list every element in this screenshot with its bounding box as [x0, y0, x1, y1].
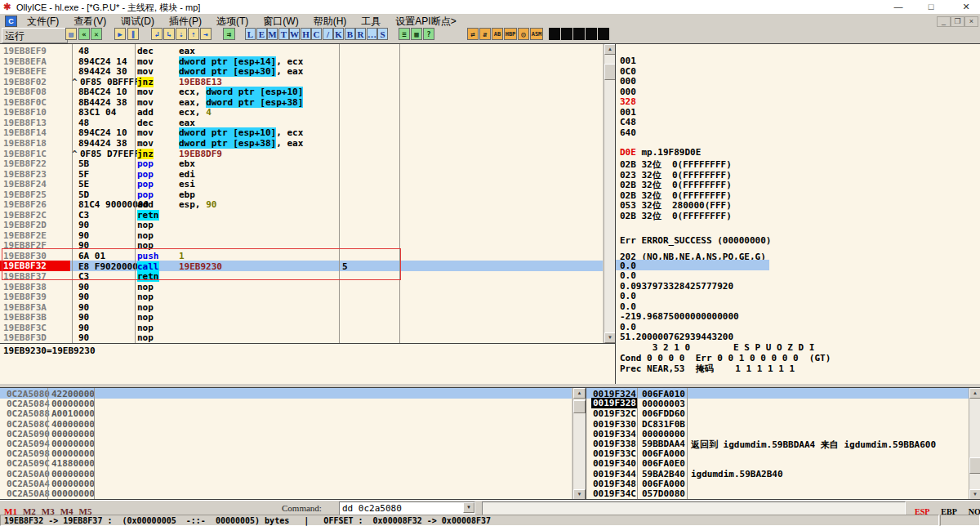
- disasm-row[interactable]: 19EB8F3C90nop: [0, 323, 603, 333]
- disasm-row[interactable]: 19EB8F02^0F85 0BFFFFFFjnz19EB8E13: [0, 77, 603, 87]
- close-button[interactable]: ✕: [954, 1, 978, 13]
- register-line[interactable]: 001: [616, 56, 980, 66]
- menu-item[interactable]: 调试(D): [114, 14, 162, 27]
- scroll-thumb[interactable]: [573, 400, 586, 413]
- help-button[interactable]: ?: [423, 28, 434, 40]
- stack-row[interactable]: 0019F348006FA000: [586, 479, 969, 489]
- register-line[interactable]: 328: [616, 96, 980, 107]
- scroll-up-icon[interactable]: ▲: [969, 388, 980, 399]
- register-line[interactable]: 640: [616, 127, 980, 138]
- patches-window-button[interactable]: /: [323, 28, 333, 40]
- disasm-row[interactable]: 19EB8F0C8B4424 38moveax, dword ptr [esp+…: [0, 97, 603, 108]
- disasm-row[interactable]: 19EB8F088B4C24 10movecx, dword ptr [esp+…: [0, 87, 603, 97]
- disassembly-pane[interactable]: 19EB8EF948deceax19EB8EFA894C24 14movdwor…: [0, 44, 603, 343]
- stack-row[interactable]: 0019F34C057D0080: [586, 488, 969, 499]
- stack-pane[interactable]: 0019F324006FA0100019F328000000030019F32C…: [586, 388, 969, 500]
- step-over-button[interactable]: ↳: [163, 28, 175, 40]
- log-window-button[interactable]: L: [245, 28, 256, 40]
- disasm-row[interactable]: 19EB8F1348deceax: [0, 118, 603, 128]
- executables-window-button[interactable]: E: [256, 28, 267, 40]
- dump-row[interactable]: 0C2A5088A0010000: [0, 408, 572, 419]
- scroll-thumb[interactable]: [969, 457, 980, 474]
- mdi-minimize-button[interactable]: _: [937, 16, 951, 27]
- step-into-button[interactable]: ↲: [151, 28, 163, 40]
- mdi-close-button[interactable]: ×: [964, 16, 978, 27]
- register-line[interactable]: -219.96875000000000000: [616, 311, 980, 322]
- disasm-row[interactable]: 19EB8F2F90nop: [0, 240, 603, 251]
- stack-row[interactable]: 0019F340006FA0E0: [586, 458, 969, 469]
- minimize-button[interactable]: —: [886, 1, 911, 13]
- register-line[interactable]: 3 2 1 0 E S P U O Z D I: [616, 342, 980, 353]
- cpu-window-icon[interactable]: C: [5, 16, 17, 27]
- black-square-4[interactable]: [586, 28, 597, 40]
- dump-row[interactable]: 0C2A50A000000000: [0, 469, 572, 479]
- call-stack-window-button[interactable]: K: [333, 28, 344, 40]
- restart-button[interactable]: «: [78, 28, 90, 40]
- disasm-row[interactable]: 19EB8F2E90nop: [0, 230, 603, 241]
- references-window-button[interactable]: R: [355, 28, 366, 40]
- options-list-button[interactable]: ≡: [399, 28, 410, 40]
- register-line[interactable]: 51.200000762939443200: [616, 332, 980, 342]
- register-line[interactable]: Err ERROR_SUCCESS (00000000): [616, 235, 980, 246]
- black-square-2[interactable]: [561, 28, 572, 40]
- threads-window-button[interactable]: T: [278, 28, 289, 40]
- disasm-row[interactable]: 19EB8F2D90nop: [0, 220, 603, 230]
- disasm-row[interactable]: 19EB8F3990nop: [0, 292, 603, 302]
- stack-row[interactable]: 0019F34459BA2B40igdumdim.59BA2B40: [586, 469, 969, 479]
- memory-window-button[interactable]: M: [267, 28, 278, 40]
- dump-scrollbar[interactable]: ▲▼: [572, 388, 586, 500]
- animate-over-button[interactable]: ⇡: [188, 28, 199, 40]
- disasm-row[interactable]: 19EB8F32E8 F9020000call19EB92305: [0, 261, 603, 272]
- stack-scrollbar[interactable]: ▲▼: [969, 388, 980, 500]
- breakpoints-window-button[interactable]: B: [345, 28, 355, 40]
- black-square-5[interactable]: [598, 28, 609, 40]
- register-line[interactable]: 053 32位 280000(FFF): [616, 199, 980, 210]
- command-extra-field[interactable]: [482, 501, 906, 515]
- menu-item[interactable]: 选项(T): [209, 14, 256, 27]
- stack-row[interactable]: 0019F32C006FDD60: [586, 408, 969, 419]
- register-line[interactable]: 02B 32位 0(FFFFFFFF): [616, 158, 980, 169]
- register-line[interactable]: 023 32位 0(FFFFFFFF): [616, 169, 980, 180]
- pause-button[interactable]: ∥: [127, 28, 139, 40]
- execute-till-return-button[interactable]: ⇥: [200, 28, 212, 40]
- disasm-row[interactable]: 19EB8EF948deceax: [0, 46, 603, 56]
- open-file-button[interactable]: ▤: [65, 28, 77, 40]
- disasm-row[interactable]: 19EB8F3B90nop: [0, 312, 603, 323]
- register-line[interactable]: Cond 0 0 0 0 Err 0 0 1 0 0 0 0 0 (GT): [616, 353, 980, 363]
- disasm-row[interactable]: 19EB8EFA894C24 14movdword ptr [esp+14], …: [0, 56, 603, 67]
- stack-row[interactable]: 0019F33859BBDAA4返回到 igdumdim.59BBDAA4 来自…: [586, 439, 969, 449]
- stack-row[interactable]: 0019F324006FA010: [586, 389, 969, 399]
- sort-arrows-button[interactable]: ⇵: [479, 28, 491, 40]
- dump-row[interactable]: 0C2A50A800000000: [0, 488, 572, 499]
- menu-item[interactable]: 插件(P): [162, 14, 209, 27]
- register-line[interactable]: 0.0: [616, 270, 980, 281]
- register-line[interactable]: 02B 32位 0(FFFFFFFF): [616, 210, 980, 221]
- disasm-row[interactable]: 19EB8F37C3retn: [0, 271, 603, 282]
- registers-pane[interactable]: 0010C0000000328001C48640D0E mp.19F89D0E0…: [616, 44, 980, 384]
- appearance-button[interactable]: ▦: [411, 28, 422, 40]
- menu-item[interactable]: 查看(V): [66, 14, 114, 27]
- dump-row[interactable]: 0C2A508400000000: [0, 399, 572, 409]
- disasm-row[interactable]: 19EB8F225Bpopebx: [0, 158, 603, 169]
- disasm-row[interactable]: 19EB8F255Dpopebp: [0, 189, 603, 200]
- register-line[interactable]: 001: [616, 107, 980, 118]
- disasm-row[interactable]: 19EB8F245Epopesi: [0, 179, 603, 189]
- disasm-row[interactable]: 19EB8F18894424 38movdword ptr [esp+38], …: [0, 138, 603, 149]
- dump-row[interactable]: 0C2A50A400000000: [0, 479, 572, 489]
- hbp-button[interactable]: HBP: [504, 28, 517, 40]
- go-to-address-button[interactable]: ⇉: [223, 28, 235, 40]
- handles-window-button[interactable]: H: [301, 28, 311, 40]
- disasm-row[interactable]: 19EB8F1C^0F85 D7FEFFFFjnz19EB8DF9: [0, 149, 603, 159]
- menu-item[interactable]: 文件(F): [20, 14, 66, 27]
- register-line[interactable]: 0.0: [616, 301, 980, 312]
- scroll-thumb[interactable]: [604, 64, 616, 80]
- disasm-row[interactable]: 19EB8F3A90nop: [0, 302, 603, 313]
- combo-dropdown-icon[interactable]: ▼: [463, 502, 474, 513]
- dump-row[interactable]: 0C2A509800000000: [0, 448, 572, 459]
- menu-item[interactable]: 帮助(H): [306, 14, 354, 27]
- black-square-1[interactable]: [549, 28, 560, 40]
- disasm-row[interactable]: 19EB8F2681C4 90000000addesp, 90: [0, 199, 603, 210]
- mdi-restore-button[interactable]: ❐: [951, 16, 964, 27]
- stack-row[interactable]: 0019F32800000003: [586, 399, 969, 409]
- dump-row[interactable]: 0C2A509400000000: [0, 439, 572, 449]
